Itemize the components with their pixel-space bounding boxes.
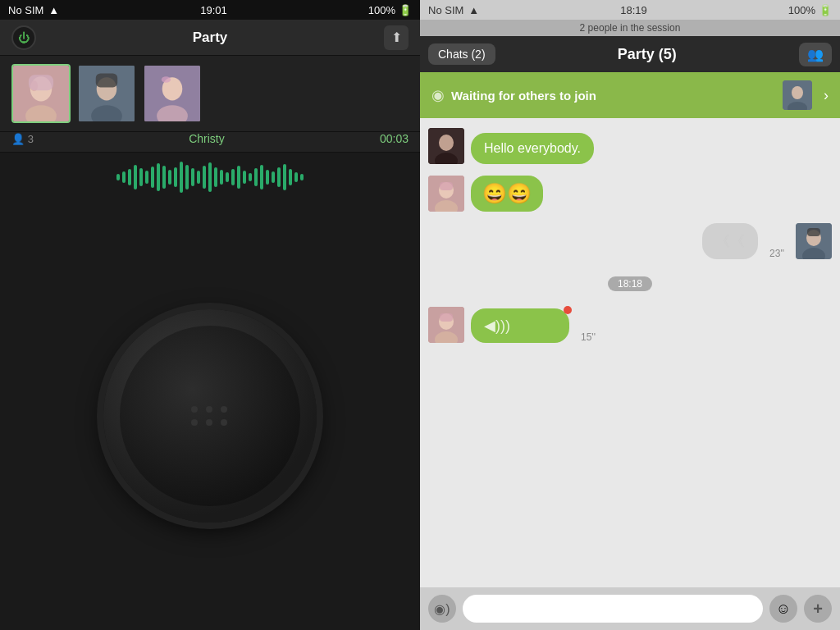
power-icon: ⏻ <box>18 31 30 44</box>
wave-bar <box>300 174 304 180</box>
message-bubble-4: ◀))) <box>471 308 569 343</box>
audio-waves-icon: 《《 <box>715 233 745 249</box>
left-panel: No SIM ▲ 19:01 100% 🔋 ⏻ Party ⬆ <box>0 0 420 630</box>
plus-icon: + <box>813 600 823 619</box>
waiting-banner[interactable]: ◉ Waiting for others to join › <box>420 72 840 118</box>
avatar-3 <box>796 223 832 259</box>
speaker-name: Christy <box>189 132 225 145</box>
wave-bar <box>134 165 137 189</box>
battery-left: 100% <box>368 4 395 16</box>
message-time-3: 23'' <box>769 248 784 259</box>
participant-thumb-1[interactable] <box>11 64 71 123</box>
participant-thumb-3[interactable] <box>143 64 202 123</box>
battery-icon-left: 🔋 <box>399 4 412 16</box>
knob-dots <box>191 406 229 426</box>
party-title-left: Party <box>193 30 228 46</box>
knob-dot <box>206 419 212 426</box>
avatar-2 <box>428 176 464 212</box>
header-left: ⏻ Party ⬆ <box>0 20 420 56</box>
wave-bar <box>185 165 189 189</box>
participant-avatar-1 <box>13 66 69 121</box>
wave-bar <box>254 168 258 186</box>
svg-rect-30 <box>440 313 453 322</box>
emoji-button[interactable]: ☺ <box>769 595 797 623</box>
waveform-area <box>0 153 420 202</box>
wave-bar <box>260 165 263 189</box>
status-bar-left: No SIM ▲ 19:01 100% 🔋 <box>0 0 420 20</box>
chat-message-3: 23'' 《《 <box>428 223 832 259</box>
svg-point-17 <box>439 135 454 151</box>
carrier-left: No SIM <box>8 4 43 16</box>
battery-icon-right: 🔋 <box>819 4 832 16</box>
info-row: 👤 3 Christy 00:03 <box>0 132 420 153</box>
wave-bar <box>294 172 298 182</box>
people-count: 👤 3 <box>11 133 34 145</box>
people-icon: 👥 <box>807 48 824 62</box>
wave-bar <box>157 163 160 191</box>
wave-bar <box>220 170 223 185</box>
status-bar-right: No SIM ▲ 18:19 100% 🔋 <box>420 0 840 20</box>
people-icon-button[interactable]: 👥 <box>799 43 832 66</box>
wifi-icon-right: ▲ <box>468 4 479 16</box>
session-info: 2 people in the session <box>420 20 840 36</box>
svg-rect-26 <box>807 228 820 236</box>
participants-bar <box>0 56 420 132</box>
recording-indicator <box>564 306 572 314</box>
wave-bar <box>277 167 281 187</box>
knob-dot <box>221 406 227 413</box>
wave-bar <box>151 167 154 188</box>
wave-bar <box>197 171 200 184</box>
knob-inner <box>120 326 300 506</box>
chats-button[interactable]: Chats (2) <box>428 43 495 65</box>
knob-area <box>0 202 420 630</box>
wave-bar <box>174 167 177 187</box>
wave-bar <box>191 168 194 186</box>
svg-rect-8 <box>96 73 117 87</box>
svg-rect-4 <box>29 75 53 90</box>
smiley-icon: ☺ <box>776 600 791 618</box>
wave-bar <box>128 169 131 185</box>
time-right: 18:19 <box>620 4 647 16</box>
chevron-right-icon: › <box>824 87 829 104</box>
message-emoji-2: 😄😄 <box>482 182 532 204</box>
svg-point-12 <box>162 76 171 83</box>
wave-bar <box>180 162 183 193</box>
add-button[interactable]: + <box>804 595 832 623</box>
waiting-avatar <box>783 80 812 110</box>
call-timer: 00:03 <box>380 132 409 145</box>
svg-point-14 <box>792 86 803 99</box>
message-bubble-3: 《《 <box>702 223 758 259</box>
mic-button[interactable]: ◉) <box>428 595 456 623</box>
wave-bar <box>139 168 143 186</box>
wave-bar <box>203 166 206 189</box>
upload-button[interactable]: ⬆ <box>384 25 409 50</box>
battery-right: 100% <box>788 4 815 16</box>
wave-bar <box>122 171 126 183</box>
status-left-items: No SIM ▲ <box>8 4 59 16</box>
wave-bar <box>249 173 252 181</box>
wave-bar <box>116 174 120 180</box>
participant-thumb-2[interactable] <box>77 64 136 123</box>
volume-knob[interactable] <box>103 309 317 523</box>
wave-bar <box>168 170 171 185</box>
wave-bar <box>208 162 212 192</box>
avatar-4 <box>428 307 464 343</box>
wave-bar <box>237 166 240 189</box>
upload-icon: ⬆ <box>391 30 402 45</box>
wave-bar <box>283 164 286 190</box>
knob-dot <box>191 419 198 426</box>
audio-waves-icon-green: ◀))) <box>484 317 510 334</box>
party-title-right: Party (5) <box>618 46 677 63</box>
message-input[interactable] <box>463 595 763 623</box>
waiting-text: Waiting for others to join <box>451 89 596 103</box>
carrier-right: No SIM <box>428 4 463 16</box>
power-button[interactable]: ⏻ <box>11 25 36 50</box>
message-text-1: Hello everybody. <box>484 141 581 155</box>
wave-bar <box>226 172 229 182</box>
waiting-left: ◉ Waiting for others to join <box>431 86 596 104</box>
header-right: Chats (2) Party (5) 👥 <box>420 36 840 72</box>
wave-bar <box>214 167 217 187</box>
wave-bar <box>266 170 269 185</box>
waiting-right: › <box>783 80 829 110</box>
avatar-1 <box>428 128 464 164</box>
